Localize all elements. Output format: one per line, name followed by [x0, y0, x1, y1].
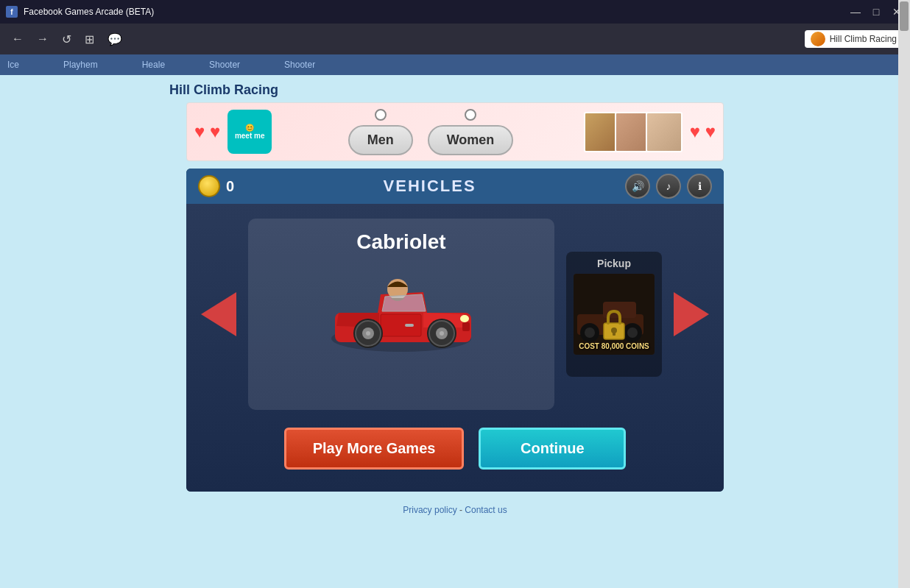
scrollbar-thumb[interactable]	[900, 1, 909, 31]
game-title-badge: Hill Climb Racing	[805, 30, 903, 48]
svg-point-11	[366, 331, 370, 336]
game-buttons: Play More Games Continue	[284, 428, 627, 477]
refresh-button[interactable]: ↺	[57, 29, 76, 49]
tab-playhem[interactable]: Playhem	[63, 60, 98, 70]
tab-ice[interactable]: Ice	[7, 60, 19, 70]
tab-heale[interactable]: Heale	[142, 60, 165, 70]
hearts-right-decoration: ♥ ♥	[690, 121, 716, 142]
game-container: 0 VEHICLES 🔊 ♪ ℹ Cabriolet	[186, 169, 724, 492]
prev-vehicle-button[interactable]	[201, 292, 236, 336]
ad-banner: ♥ ♥ 😊meet me Men Women ♥ ♥	[186, 102, 724, 161]
play-more-button[interactable]: Play More Games	[284, 428, 465, 470]
page-title: Hill Climb Racing	[169, 82, 278, 98]
locked-vehicle-box: COST 80,000 COINS	[574, 274, 655, 355]
ad-radio-group: Men Women	[279, 109, 582, 155]
ad-photo-3	[646, 112, 682, 152]
women-button[interactable]: Women	[428, 125, 514, 155]
main-content: Hill Climb Racing ♥ ♥ 😊meet me Men Women…	[0, 75, 910, 499]
men-radio[interactable]	[375, 109, 387, 121]
cost-label: COST 80,000 COINS	[579, 342, 649, 350]
meetme-logo-text: 😊meet me	[235, 124, 265, 140]
music-button[interactable]: ♪	[656, 174, 681, 199]
back-button[interactable]: ←	[7, 29, 28, 49]
contact-link[interactable]: Contact us	[465, 505, 507, 515]
maximize-button[interactable]: □	[869, 4, 883, 19]
new-tab-button[interactable]: ⊞	[80, 29, 99, 49]
coin-group: 0	[198, 175, 234, 197]
scrollbar[interactable]	[898, 0, 910, 588]
locked-vehicle-card: Pickup	[566, 252, 662, 377]
svg-rect-24	[613, 330, 616, 336]
game-header: 0 VEHICLES 🔊 ♪ ℹ	[186, 169, 724, 204]
app-icon: f	[6, 6, 18, 18]
women-radio[interactable]	[465, 109, 476, 121]
vehicle-image	[320, 261, 482, 364]
vehicles-label: VEHICLES	[384, 177, 476, 196]
svg-rect-3	[381, 314, 421, 336]
svg-rect-4	[405, 324, 414, 327]
sound-button[interactable]: 🔊	[625, 174, 650, 199]
women-option[interactable]: Women	[428, 109, 514, 155]
tab-shooter2[interactable]: Shooter	[284, 60, 315, 70]
game-icons: 🔊 ♪ ℹ	[625, 174, 712, 199]
footer-separator: -	[459, 505, 462, 515]
svg-rect-14	[462, 322, 470, 331]
app-title: Facebook Games Arcade (BETA)	[24, 7, 154, 17]
forward-button[interactable]: →	[32, 29, 53, 49]
hearts-left-decoration: ♥ ♥	[194, 121, 220, 142]
vehicle-display: Cabriolet	[186, 204, 724, 492]
minimize-button[interactable]: —	[848, 4, 863, 19]
continue-button[interactable]: Continue	[479, 428, 626, 470]
lock-overlay: COST 80,000 COINS	[574, 274, 655, 355]
tab-shooter1[interactable]: Shooter	[209, 60, 240, 70]
lock-icon	[601, 308, 627, 341]
message-button[interactable]: 💬	[103, 29, 127, 49]
next-vehicle-button[interactable]	[674, 292, 709, 336]
svg-point-12	[440, 331, 444, 336]
coin-icon	[198, 175, 220, 197]
coin-count: 0	[226, 178, 234, 195]
title-bar: f Facebook Games Arcade (BETA) — □ ✕	[0, 0, 910, 24]
game-badge-title: Hill Climb Racing	[830, 34, 897, 44]
active-vehicle-card: Cabriolet	[248, 219, 554, 410]
privacy-link[interactable]: Privacy policy	[403, 505, 456, 515]
vehicle-name: Cabriolet	[356, 230, 445, 254]
info-button[interactable]: ℹ	[687, 174, 712, 199]
footer: Privacy policy - Contact us	[0, 499, 910, 521]
men-option[interactable]: Men	[348, 109, 413, 155]
svg-point-13	[460, 315, 469, 322]
locked-vehicle-name: Pickup	[597, 258, 631, 269]
men-button[interactable]: Men	[348, 125, 413, 155]
game-badge-icon	[811, 32, 825, 46]
ad-photos	[590, 112, 682, 152]
top-nav-tabs: Ice Playhem Heale Shooter Shooter	[0, 54, 910, 75]
vehicles-row: Cabriolet	[201, 219, 709, 410]
meetme-logo[interactable]: 😊meet me	[228, 110, 272, 154]
nav-bar: ← → ↺ ⊞ 💬 Hill Climb Racing	[0, 24, 910, 54]
